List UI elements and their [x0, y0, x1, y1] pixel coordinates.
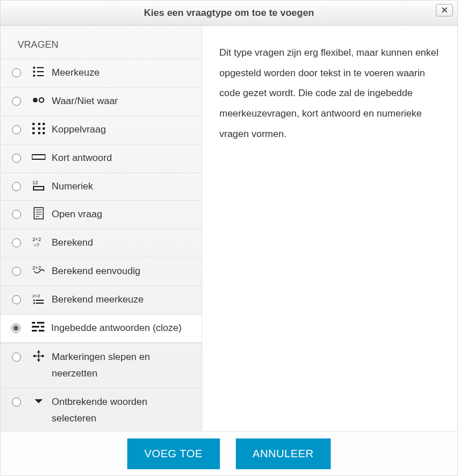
svg-text:12: 12	[32, 180, 38, 185]
svg-point-6	[33, 98, 38, 102]
calculated-icon: 2+2=?	[31, 235, 46, 249]
cloze-icon	[31, 320, 45, 334]
qtype-label: Berekend meerkeuze	[52, 292, 193, 308]
svg-point-7	[39, 98, 44, 102]
svg-text:2+2: 2+2	[32, 293, 40, 299]
qtype-option-numeriek[interactable]: 12Numeriek	[1, 172, 202, 201]
dialog-title: Kies een vraagtype om toe te voegen	[144, 7, 314, 19]
svg-point-4	[33, 74, 35, 77]
qtype-label: Ingebedde antwoorden (cloze)	[51, 320, 193, 337]
add-button[interactable]: VOEG TOE	[127, 438, 220, 469]
svg-rect-20	[34, 208, 43, 219]
qtype-option-waarnietwaar[interactable]: Waar/Niet waar	[1, 87, 202, 115]
svg-rect-38	[39, 330, 44, 332]
calculated-simple-icon: 2+2	[31, 263, 46, 277]
qtype-radio-meerkeuze[interactable]	[12, 68, 21, 77]
svg-rect-9	[32, 127, 35, 130]
close-icon: ✕	[441, 5, 448, 15]
svg-rect-12	[38, 127, 40, 130]
qtype-radio-berekendeenvoudig[interactable]	[12, 267, 21, 276]
qtype-option-berekend[interactable]: 2+2=?Berekend	[1, 229, 202, 257]
question-type-chooser-dialog: Kies een vraagtype om toe te voegen ✕ VR…	[0, 0, 458, 476]
qtype-label: Markeringen slepen en neerzetten	[52, 349, 193, 382]
qtype-option-openvraag[interactable]: Open vraag	[1, 200, 202, 229]
qtype-radio-berekend[interactable]	[12, 238, 21, 247]
qtype-option-berekendeenvoudig[interactable]: 2+2Berekend eenvoudig	[1, 257, 202, 285]
svg-rect-5	[37, 75, 44, 76]
svg-rect-34	[37, 322, 44, 324]
svg-text:2+2: 2+2	[32, 237, 41, 242]
qtype-option-meerkeuze[interactable]: Meerkeuze	[1, 59, 202, 87]
svg-rect-14	[43, 123, 45, 125]
qtype-radio-ingebedde[interactable]	[11, 324, 20, 333]
svg-rect-3	[37, 71, 44, 72]
qtype-label: Open vraag	[52, 206, 193, 223]
svg-rect-37	[32, 330, 37, 332]
svg-rect-8	[32, 123, 35, 125]
svg-rect-36	[41, 326, 44, 328]
numeric-icon: 12	[31, 179, 46, 192]
select-missing-icon	[31, 394, 46, 408]
qtype-label: Kort antwoord	[52, 150, 193, 167]
shortanswer-icon	[31, 150, 46, 164]
svg-rect-10	[32, 132, 35, 134]
svg-rect-13	[38, 132, 40, 134]
dialog-footer: VOEG TOE ANNULEER	[1, 431, 457, 475]
qtype-radio-berekendmeerkeuze[interactable]	[12, 295, 21, 304]
svg-rect-30	[36, 300, 44, 301]
svg-rect-32	[36, 303, 44, 304]
dialog-body: VRAGEN MeerkeuzeWaar/Niet waarKoppelvraa…	[1, 26, 457, 431]
cancel-button[interactable]: ANNULEER	[236, 438, 331, 469]
svg-rect-33	[32, 322, 35, 324]
qtype-option-ingebedde[interactable]: Ingebedde antwoorden (cloze)	[1, 314, 202, 343]
qtype-option-markeringen[interactable]: Markeringen slepen en neerzetten	[1, 343, 202, 388]
qtype-radio-koppelvraag[interactable]	[12, 125, 21, 134]
qtype-label: Numeriek	[52, 179, 193, 195]
qtype-radio-waarnietwaar[interactable]	[12, 97, 21, 106]
qtype-radio-markeringen[interactable]	[12, 353, 21, 362]
qtype-radio-openvraag[interactable]	[12, 210, 21, 219]
dragdrop-icon	[31, 349, 46, 363]
svg-point-2	[33, 71, 35, 73]
svg-text:=?: =?	[34, 242, 39, 247]
svg-rect-17	[32, 155, 45, 159]
qtype-label: Berekend	[52, 235, 193, 251]
svg-point-31	[34, 303, 35, 304]
svg-rect-35	[32, 326, 39, 328]
qtype-option-berekendmeerkeuze[interactable]: 2+2Berekend meerkeuze	[1, 285, 202, 314]
qtype-option-koppelvraag[interactable]: Koppelvraag	[1, 115, 202, 144]
svg-rect-1	[37, 67, 44, 68]
description-pane: Dit type vragen zijn erg flexibel, maar …	[202, 26, 457, 431]
qtype-option-ontbrekende[interactable]: Ontbrekende woorden selecteren	[1, 388, 202, 431]
essay-icon	[31, 206, 46, 220]
svg-rect-11	[38, 123, 40, 125]
question-type-list[interactable]: VRAGEN MeerkeuzeWaar/Niet waarKoppelvraa…	[1, 26, 202, 431]
close-button[interactable]: ✕	[436, 4, 453, 16]
qtype-label: Meerkeuze	[52, 65, 193, 81]
svg-rect-19	[34, 187, 44, 190]
qtype-option-kortantwoord[interactable]: Kort antwoord	[1, 144, 202, 172]
description-text: Dit type vragen zijn erg flexibel, maar …	[219, 47, 439, 139]
list-icon	[31, 65, 46, 78]
qtype-radio-ontbrekende[interactable]	[12, 398, 21, 407]
sidebar-wrap: VRAGEN MeerkeuzeWaar/Niet waarKoppelvraa…	[1, 26, 202, 431]
section-title: VRAGEN	[1, 31, 202, 59]
svg-point-29	[34, 300, 35, 301]
dialog-header: Kies een vraagtype om toe te voegen ✕	[1, 1, 457, 26]
svg-rect-16	[43, 132, 45, 134]
qtype-label: Koppelvraag	[52, 122, 193, 138]
svg-text:2+2: 2+2	[32, 265, 41, 271]
qtype-label: Berekend eenvoudig	[52, 263, 193, 280]
calculated-multi-icon: 2+2	[31, 292, 46, 305]
truefalse-icon	[31, 93, 46, 107]
svg-point-0	[33, 67, 35, 69]
svg-rect-15	[43, 127, 45, 130]
qtype-label: Ontbrekende woorden selecteren	[52, 394, 193, 427]
qtype-radio-kortantwoord[interactable]	[12, 154, 21, 163]
qtype-label: Waar/Niet waar	[52, 93, 193, 110]
match-icon	[31, 122, 46, 135]
qtype-radio-numeriek[interactable]	[12, 182, 21, 191]
